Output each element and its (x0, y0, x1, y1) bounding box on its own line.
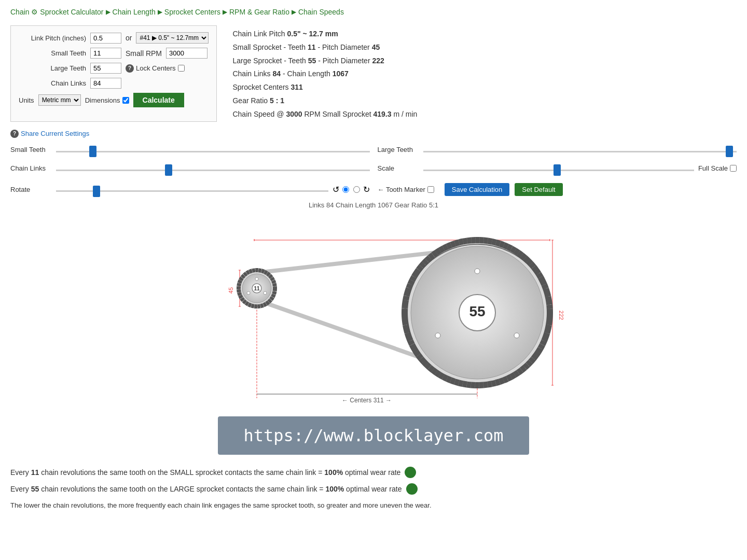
full-scale-label: Full Scale (698, 164, 737, 172)
small-teeth-slider-label: Small Teeth (10, 146, 52, 153)
svg-point-15 (264, 291, 267, 295)
controls-section: Small Teeth Large Teeth Chain Links Scal… (10, 146, 737, 196)
svg-point-8 (514, 333, 519, 338)
small-wear-val: 11 (31, 468, 39, 477)
small-teeth-slider-container (56, 146, 370, 154)
nav-chain-sprocket[interactable]: Chain ⚙ Sprocket Calculator (10, 8, 104, 16)
small-wear-text: Every 11 chain revolutions the same toot… (10, 465, 400, 480)
small-teeth-control: Small Teeth (10, 146, 370, 154)
result-large-pd-val: 222 (372, 57, 384, 65)
nav-rpm-gear[interactable]: RPM & Gear Ratio (229, 8, 289, 16)
result-ratio-pre: Gear Ratio (232, 96, 270, 105)
nav-sep-4: ▶ (292, 8, 296, 16)
chain-links-control: Chain Links (10, 164, 370, 173)
large-teeth-control: Large Teeth (378, 146, 737, 154)
lock-centers-checkbox[interactable] (178, 65, 185, 72)
main-input-section: Link Pitch (inches) or #41 ▶ 0.5" ~ 12.7… (10, 25, 737, 122)
navigation: Chain ⚙ Sprocket Calculator ▶ Chain Leng… (10, 8, 737, 16)
help-icon-share: ? (10, 130, 19, 138)
calculate-button[interactable]: Calculate (133, 93, 184, 107)
chain-links-slider-label: Chain Links (10, 164, 52, 172)
rotate-radio-filled[interactable] (342, 186, 349, 193)
nav-chain-length[interactable]: Chain Length (113, 8, 156, 16)
rotate-slider-container (56, 185, 328, 193)
share-link-label: Share Current Settings (21, 130, 89, 137)
result-line-3: Large Sprocket - Teeth 55 - Pitch Diamet… (232, 55, 417, 67)
tooth-marker-checkbox[interactable] (427, 186, 434, 193)
nav-sep-3: ▶ (223, 8, 227, 16)
nav-sprocket-centers[interactable]: Sprocket Centers (164, 8, 220, 16)
large-wear-val: 55 (31, 485, 39, 493)
help-icon-lock: ? (126, 64, 134, 73)
tooth-actions-row: ← Tooth Marker Save Calculation Set Defa… (378, 183, 737, 196)
nav-sep-2: ▶ (158, 8, 162, 16)
large-wear-mid: chain revolutions the same tooth on the … (39, 485, 325, 493)
rotate-cw-button[interactable]: ↻ (363, 185, 370, 194)
save-calculation-button[interactable]: Save Calculation (445, 183, 510, 196)
units-label: Units (19, 96, 34, 104)
sprocket-diagram: /* teeth rendered inline below */ 55 (176, 212, 571, 409)
rotate-ccw-button[interactable]: ↺ (333, 185, 339, 194)
result-links-pre: Chain Links (232, 69, 272, 78)
result-small-teeth-val: 11 (308, 43, 316, 51)
result-speed-pre: Chain Speed @ (232, 110, 286, 118)
large-wear-pct: 100% (325, 485, 344, 493)
full-scale-checkbox[interactable] (730, 165, 737, 172)
control-row-1: Small Teeth Large Teeth (10, 146, 737, 154)
svg-point-16 (247, 291, 250, 295)
units-select[interactable]: Metric mm (38, 94, 81, 106)
large-teeth-slider-container (423, 146, 737, 154)
small-wear-pre: Every (10, 468, 31, 477)
dimensions-label: Dimensions (85, 96, 129, 104)
small-wear-pct: 100% (324, 468, 343, 477)
rotate-slider[interactable] (56, 190, 328, 192)
rotate-radio-group (342, 186, 360, 193)
set-default-button[interactable]: Set Default (515, 183, 562, 196)
large-teeth-label: Large Teeth (19, 64, 86, 72)
nav-sep-1: ▶ (106, 8, 110, 16)
share-link[interactable]: ? Share Current Settings (10, 130, 737, 138)
rotate-label: Rotate (10, 186, 52, 193)
dimensions-text: Dimensions (85, 96, 120, 104)
dimensions-checkbox[interactable] (122, 97, 129, 104)
result-line-7: Chain Speed @ 3000 RPM Small Sprocket 41… (232, 108, 417, 121)
lock-centers-container: ? Lock Centers (126, 64, 185, 73)
lock-centers-label: Lock Centers (136, 64, 176, 72)
result-small-pre: Small Sprocket - Teeth (232, 43, 307, 51)
small-teeth-slider[interactable] (56, 151, 370, 152)
chain-links-input[interactable] (90, 78, 121, 89)
result-large-pre: Large Sprocket - Teeth (232, 57, 308, 65)
or-text: or (126, 34, 132, 42)
large-teeth-slider-label: Large Teeth (378, 146, 419, 153)
large-wear-row: Every 55 chain revolutions the same toot… (10, 482, 477, 496)
small-wear-mid: chain revolutions the same tooth on the … (39, 468, 324, 477)
result-large-mid: - Pitch Diameter (316, 57, 372, 65)
small-rpm-input[interactable] (166, 48, 208, 59)
result-line-6: Gear Ratio 5 : 1 (232, 95, 417, 107)
result-small-mid: - Pitch Diameter (316, 43, 372, 51)
link-pitch-label: Link Pitch (inches) (19, 34, 86, 42)
small-teeth-row: Small Teeth Small RPM (19, 48, 209, 59)
small-wear-indicator (405, 467, 416, 478)
small-teeth-input[interactable] (90, 48, 121, 59)
large-wear-pre: Every (10, 485, 31, 493)
small-wear-rate: optimal wear rate (343, 468, 400, 477)
rotate-radio-empty[interactable] (353, 186, 360, 193)
tooth-marker-text: ← Tooth Marker (378, 186, 425, 193)
result-centers-val: 311 (291, 83, 303, 91)
website-banner: https://www.blocklayer.com (218, 416, 529, 455)
centers-label: ← Centers 311 → (342, 397, 392, 404)
control-row-2: Chain Links Scale Full Scale (10, 164, 737, 173)
large-teeth-slider[interactable] (423, 151, 737, 152)
chain-links-slider-container (56, 164, 370, 173)
result-speed-val: 419.3 (374, 110, 392, 118)
large-teeth-input[interactable] (90, 63, 121, 74)
link-pitch-input[interactable] (90, 33, 121, 44)
large-dim-label: 222 (558, 310, 564, 319)
small-wear-row: Every 11 chain revolutions the same toot… (10, 465, 477, 480)
result-links-mid: - Chain Length (281, 69, 333, 78)
chain-select[interactable]: #41 ▶ 0.5" ~ 12.7mm (136, 32, 209, 44)
nav-chain-speeds[interactable]: Chain Speeds (298, 8, 344, 16)
chain-links-slider[interactable] (56, 170, 370, 171)
scale-slider[interactable] (423, 170, 694, 171)
